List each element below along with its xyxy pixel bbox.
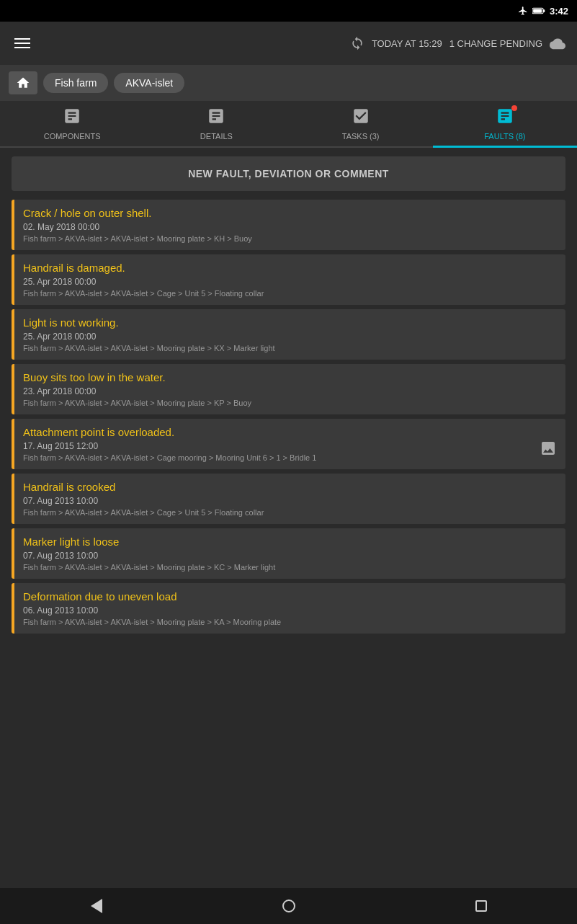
- fault-date: 02. May 2018 00:00: [23, 222, 557, 232]
- airplane-icon: [518, 6, 528, 16]
- back-button[interactable]: [82, 892, 111, 920]
- tab-details[interactable]: DETAILS: [144, 101, 288, 148]
- fault-path: Fish farm > AKVA-islet > AKVA-islet > Ca…: [23, 289, 557, 298]
- breadcrumb-farm[interactable]: Fish farm: [43, 73, 108, 93]
- tab-components[interactable]: COMPONENTS: [0, 101, 144, 148]
- tab-tasks[interactable]: TASKS (3): [289, 101, 433, 148]
- fault-date: 25. Apr 2018 00:00: [23, 332, 557, 342]
- fault-item[interactable]: Buoy sits too low in the water.23. Apr 2…: [12, 364, 565, 414]
- status-time: 3:42: [550, 6, 568, 17]
- faults-icon: [496, 107, 514, 130]
- recents-button[interactable]: [467, 892, 496, 920]
- home-circle-icon: [282, 899, 295, 912]
- tab-bar: COMPONENTS DETAILS TASKS (3) FAULTS (8): [0, 101, 577, 148]
- fault-title: Deformation due to uneven load: [23, 590, 557, 603]
- fault-path: Fish farm > AKVA-islet > AKVA-islet > Mo…: [23, 399, 557, 407]
- battery-icon: [532, 6, 545, 16]
- breadcrumb-islet[interactable]: AKVA-islet: [114, 73, 184, 93]
- app-bar-right: TODAY AT 15:29 1 CHANGE PENDING: [350, 36, 565, 50]
- home-icon: [16, 76, 30, 90]
- back-triangle-icon: [91, 899, 102, 913]
- fault-date: 07. Aug 2013 10:00: [23, 496, 557, 506]
- timestamp: TODAY AT 15:29: [372, 38, 442, 49]
- recents-square-icon: [475, 900, 487, 912]
- fault-title: Handrail is damaged.: [23, 262, 557, 274]
- app-bar: TODAY AT 15:29 1 CHANGE PENDING: [0, 22, 577, 65]
- breadcrumb-bar: Fish farm AKVA-islet: [0, 65, 577, 101]
- tab-faults[interactable]: FAULTS (8): [433, 101, 577, 148]
- fault-item[interactable]: Handrail is crooked07. Aug 2013 10:00Fis…: [12, 474, 565, 524]
- fault-date: 23. Apr 2018 00:00: [23, 386, 557, 396]
- bottom-navigation: [0, 888, 577, 924]
- new-fault-button[interactable]: NEW FAULT, DEVIATION OR COMMENT: [12, 156, 565, 191]
- tab-faults-label: FAULTS (8): [484, 132, 525, 141]
- details-icon: [207, 107, 225, 130]
- fault-path: Fish farm > AKVA-islet > AKVA-islet > Mo…: [23, 344, 557, 352]
- tasks-icon: [352, 107, 370, 130]
- fault-item[interactable]: Deformation due to uneven load06. Aug 20…: [12, 583, 565, 634]
- fault-list: Crack / hole on outer shell.02. May 2018…: [0, 200, 577, 634]
- fault-image-icon: [540, 440, 557, 461]
- tab-tasks-label: TASKS (3): [342, 132, 380, 141]
- cloud-icon: [550, 37, 565, 50]
- main-content: NEW FAULT, DEVIATION OR COMMENT Crack / …: [0, 148, 577, 888]
- fault-indicator-dot: [511, 105, 517, 111]
- status-bar: 3:42: [0, 0, 577, 22]
- fault-date: 25. Apr 2018 00:00: [23, 277, 557, 287]
- fault-date: 07. Aug 2013 10:00: [23, 551, 557, 561]
- fault-title: Buoy sits too low in the water.: [23, 371, 557, 383]
- home-nav-button[interactable]: [274, 892, 303, 920]
- fault-title: Crack / hole on outer shell.: [23, 207, 557, 219]
- fault-title: Handrail is crooked: [23, 481, 557, 493]
- fault-item[interactable]: Handrail is damaged.25. Apr 2018 00:00Fi…: [12, 254, 565, 305]
- tab-details-label: DETAILS: [200, 132, 233, 141]
- hamburger-menu[interactable]: [12, 35, 33, 51]
- svg-rect-1: [543, 9, 545, 12]
- fault-item[interactable]: Crack / hole on outer shell.02. May 2018…: [12, 200, 565, 250]
- fault-path: Fish farm > AKVA-islet > AKVA-islet > Ca…: [23, 508, 557, 517]
- fault-date: 06. Aug 2013 10:00: [23, 605, 557, 616]
- home-button[interactable]: [9, 71, 37, 94]
- fault-path: Fish farm > AKVA-islet > AKVA-islet > Mo…: [23, 234, 557, 243]
- fault-item[interactable]: Attachment point is overloaded.17. Aug 2…: [12, 419, 565, 469]
- status-icons: 3:42: [518, 6, 568, 17]
- fault-item[interactable]: Light is not working.25. Apr 2018 00:00F…: [12, 309, 565, 360]
- fault-title: Light is not working.: [23, 316, 557, 329]
- fault-date: 17. Aug 2015 12:00: [23, 441, 557, 451]
- change-pending: 1 CHANGE PENDING: [449, 38, 542, 49]
- tab-components-label: COMPONENTS: [44, 132, 101, 141]
- fault-path: Fish farm > AKVA-islet > AKVA-islet > Mo…: [23, 563, 557, 572]
- fault-title: Attachment point is overloaded.: [23, 426, 557, 438]
- fault-item[interactable]: Marker light is loose07. Aug 2013 10:00F…: [12, 528, 565, 579]
- fault-title: Marker light is loose: [23, 536, 557, 548]
- svg-rect-2: [533, 9, 542, 12]
- fault-path: Fish farm > AKVA-islet > AKVA-islet > Ca…: [23, 453, 557, 462]
- sync-icon[interactable]: [350, 36, 364, 50]
- components-icon: [63, 107, 81, 130]
- fault-path: Fish farm > AKVA-islet > AKVA-islet > Mo…: [23, 618, 557, 626]
